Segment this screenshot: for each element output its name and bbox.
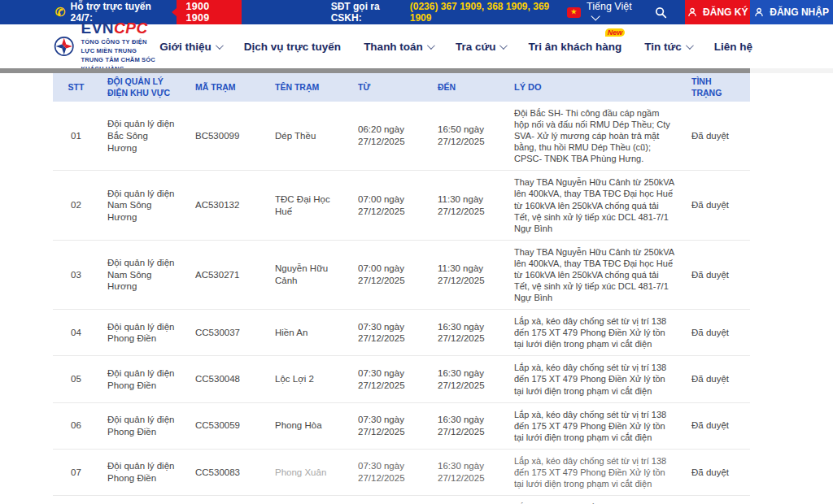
cell-doi: Đội quản lý điện Nam Sông Hương [99,182,187,229]
nav-item[interactable]: Tra cứu [456,41,506,53]
col-header-ma: MÃ TRẠM [187,79,267,96]
cell-stt: 04 [53,321,99,345]
cell-den: 16:30 ngày 27/12/2025 [430,408,506,443]
col-header-doi: ĐỘI QUẢN LÝ ĐIỆN KHU VỰC [99,73,187,101]
nav-item-label: Liên hệ [714,41,752,53]
table-row[interactable]: 04 Đội quản lý điện Phong Điền CC530037 … [53,310,750,356]
cell-stt: 05 [53,367,99,391]
language-selector[interactable]: Tiếng Việt [587,1,637,24]
cell-ten-tram: Nguyễn Hữu Cảnh [267,257,350,292]
nav-item-label: Tra cứu [456,41,496,53]
col-header-ten: TÊN TRẠM [267,79,350,96]
nav-item[interactable]: Thanh toán [364,41,433,53]
cell-trang-thai: Đã duyệt [683,414,750,437]
cell-ly-do: Lắp xà, kéo dây chống sét từ vị trí 138 … [506,450,683,495]
table-row[interactable]: 06 Đội quản lý điện Phong Điền CC530059 … [53,403,750,450]
cell-trang-thai: Đã duyệt [683,193,750,217]
nav-item[interactable]: Giới thiệu [159,41,221,53]
cell-doi: Đội quản lý điện Phong Điền [99,362,187,397]
table-row[interactable]: 05 Đội quản lý điện Phong Điền CC530048 … [53,356,750,402]
cskh-label: SĐT gọi ra CSKH: [331,1,406,24]
cell-tu: 07:30 ngày 27/12/2025 [350,362,430,397]
cell-tu: 07:30 ngày 27/12/2025 [350,454,430,489]
cell-ly-do: Thay TBA Nguyễn Hữu Cảnh từ 250kVA lên 4… [506,171,683,239]
cell-ma-tram: CC530059 [187,414,267,437]
cell-ma-tram: AC530132 [187,193,267,217]
cell-tu: 07:00 ngày 27/12/2025 [350,257,430,292]
cell-ma-tram: CC530083 [187,461,267,484]
nav-item[interactable]: Tri ân khách hàng New [528,41,621,53]
main-header: EVNCPC TỔNG CÔNG TY ĐIỆN LỰC MIỀN TRUNG … [0,24,833,68]
cell-den: 16:30 ngày 27/12/2025 [430,502,506,504]
nav-item[interactable]: Liên hệ [714,41,752,53]
cell-ten-tram: Phong Xuân [267,461,350,484]
cskh-numbers: (0236) 367 1909, 368 1909, 369 1909 [410,1,559,24]
cell-ten-tram: TĐC Đại Học Huế [267,188,350,223]
nav-item-label: Tin tức [644,41,682,53]
cell-stt: 02 [53,193,99,217]
nav-item-label: Giới thiệu [159,41,212,53]
col-header-trangthai: TÌNH TRẠNG [683,73,750,101]
cell-trang-thai: Đã duyệt [683,124,750,148]
table-row[interactable]: 01 Đội quản lý điện Bắc Sông Hương BC530… [53,102,750,171]
nav-item-label: Dịch vụ trực tuyến [244,41,341,53]
language-label: Tiếng Việt [587,1,632,12]
cell-trang-thai: Đã duyệt [683,461,750,484]
cell-doi: Đội quản lý điện Phong Điền [99,315,187,350]
chevron-down-icon [686,41,694,50]
evn-star-logo-icon [54,30,74,63]
cell-den: 11:30 ngày 27/12/2025 [430,188,506,223]
table-row[interactable]: 02 Đội quản lý điện Nam Sông Hương AC530… [53,171,750,240]
logo-wordmark: EVNCPC [81,20,159,37]
cell-trang-thai: Đã duyệt [683,321,750,345]
org-name-line1: TỔNG CÔNG TY ĐIỆN LỰC MIỀN TRUNG [81,37,159,56]
user-icon [754,7,764,17]
register-label: ĐĂNG KÝ [703,7,748,18]
nav-item[interactable]: Dịch vụ trực tuyến [244,41,341,53]
hotline-badge[interactable]: 1900 1909 [177,0,242,26]
chevron-down-icon [216,41,224,50]
search-button[interactable] [655,7,667,19]
cell-doi: Đội quản lý điện Bắc Sông Hương [99,112,187,159]
cell-ma-tram: AC530271 [187,263,267,287]
cell-doi: Đội quản lý điện Nam Sông Hương [99,251,187,298]
cell-ten-tram: Hiền An [267,321,350,345]
cell-tu: 07:30 ngày 27/12/2025 [350,502,430,504]
cell-tu: 07:30 ngày 27/12/2025 [350,315,430,350]
outage-schedule-table: STT ĐỘI QUẢN LÝ ĐIỆN KHU VỰC MÃ TRẠM TÊN… [53,73,750,504]
cell-ten-tram: Phong Hòa [267,414,350,437]
cell-ten-tram: Dép Thều [267,124,350,148]
table-row[interactable]: 08 Đội quản lý điện Phong Điền CC530115 … [53,496,750,504]
nav-item-label: Thanh toán [364,41,423,53]
col-header-stt: STT [53,79,99,96]
nav-item[interactable]: Tin tức [644,41,691,53]
table-row[interactable]: 03 Đội quản lý điện Nam Sông Hương AC530… [53,241,750,310]
cell-doi: Đội quản lý điện Phong Điền [99,408,187,443]
login-label: ĐĂNG NHẬP [770,7,829,18]
vietnam-flag-icon: ★ [567,7,581,18]
cell-ly-do: Thay TBA Nguyễn Hữu Cảnh từ 250kVA lên 4… [506,241,683,309]
cell-ly-do: Lắp xà, kéo dây chống sét từ vị trí 138 … [506,403,683,449]
cell-ly-do: Đội Bắc SH- Thi công đầu cáp ngầm hộp nố… [506,102,683,170]
cell-doi: Đội quản lý điện Phong Điền [99,502,187,504]
chevron-down-icon [427,41,435,50]
header-divider-right [750,68,833,73]
login-button[interactable]: ĐĂNG NHẬP [750,0,833,24]
cell-tu: 06:20 ngày 27/12/2025 [350,118,430,153]
chevron-down-icon [591,11,600,20]
cell-stt: 03 [53,263,99,287]
cell-ly-do: Lắp xà, kéo dây chống sét từ vị trí 138 … [506,310,683,355]
cell-stt: 06 [53,414,99,437]
user-icon [687,7,697,17]
search-icon [655,7,667,19]
cell-stt: 01 [53,124,99,148]
cell-stt: 07 [53,461,99,484]
register-button[interactable]: ĐĂNG KÝ [685,0,750,24]
table-row[interactable]: 07 Đội quản lý điện Phong Điền CC530083 … [53,450,750,496]
cell-doi: Đội quản lý điện Phong Điền [99,454,187,489]
chevron-down-icon [499,41,508,50]
evncpc-logo[interactable]: EVNCPC TỔNG CÔNG TY ĐIỆN LỰC MIỀN TRUNG … [54,20,159,74]
phone-icon: ✆ [55,5,66,20]
cell-trang-thai: Đã duyệt [683,367,750,391]
cell-den: 16:50 ngày 27/12/2025 [430,118,506,153]
